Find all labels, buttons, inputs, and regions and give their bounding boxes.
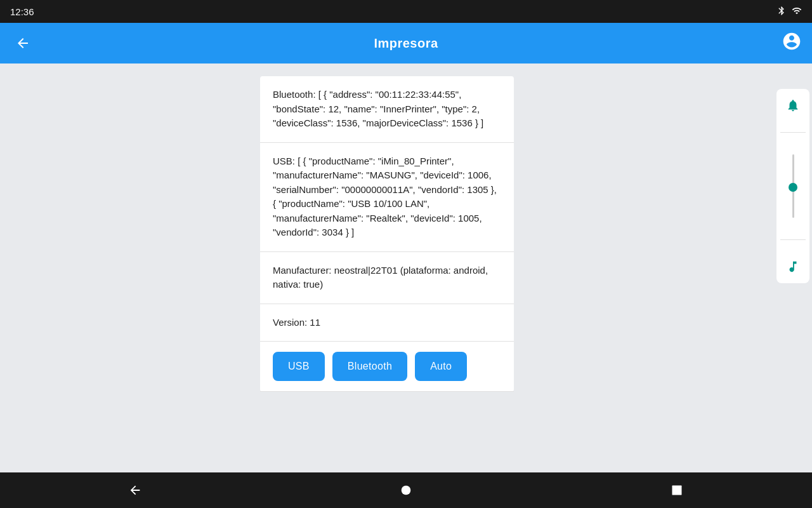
auto-button[interactable]: Auto	[415, 352, 467, 381]
action-buttons-section: USB Bluetooth Auto	[260, 342, 514, 392]
usb-info-text: USB: [ { "productName": "iMin_80_Printer…	[273, 156, 497, 238]
nav-home-button[interactable]	[387, 478, 425, 503]
content-area: Bluetooth: [ { "address": "00:11:22:33:4…	[0, 64, 774, 472]
wifi-status-icon	[792, 6, 802, 18]
volume-slider[interactable]	[792, 148, 794, 224]
navigation-bar	[0, 472, 812, 508]
slider-track	[792, 154, 794, 218]
bluetooth-info-section: Bluetooth: [ { "address": "00:11:22:33:4…	[260, 76, 514, 143]
usb-info-section: USB: [ { "productName": "iMin_80_Printer…	[260, 143, 514, 252]
usb-button[interactable]: USB	[273, 352, 325, 381]
avatar-button[interactable]	[782, 31, 802, 56]
back-button[interactable]	[10, 30, 36, 56]
manufacturer-info-text: Manufacturer: neostral|22T01 (plataforma…	[273, 265, 488, 290]
side-divider	[780, 132, 806, 133]
app-bar: Impresora	[0, 23, 812, 64]
info-card: Bluetooth: [ { "address": "00:11:22:33:4…	[260, 76, 514, 392]
page-title: Impresora	[374, 36, 438, 51]
status-bar: 12:36	[0, 0, 812, 23]
status-icons	[776, 6, 802, 18]
svg-point-0	[402, 486, 411, 495]
bluetooth-button[interactable]: Bluetooth	[332, 352, 407, 381]
main-area: Bluetooth: [ { "address": "00:11:22:33:4…	[0, 64, 812, 472]
time-display: 12:36	[10, 6, 34, 17]
side-widget	[776, 89, 809, 283]
slider-thumb	[789, 183, 797, 192]
bell-icon-button[interactable]	[782, 94, 804, 117]
nav-recent-button[interactable]	[658, 478, 696, 503]
version-info-text: Version: 11	[273, 317, 320, 328]
music-icon-button[interactable]	[782, 255, 804, 278]
side-panel	[774, 64, 812, 472]
svg-rect-1	[672, 486, 681, 495]
manufacturer-info-section: Manufacturer: neostral|22T01 (plataforma…	[260, 252, 514, 304]
version-info-section: Version: 11	[260, 304, 514, 342]
bluetooth-status-icon	[776, 6, 787, 18]
side-divider-2	[780, 239, 806, 240]
nav-back-button[interactable]	[116, 478, 154, 503]
bluetooth-info-text: Bluetooth: [ { "address": "00:11:22:33:4…	[273, 89, 483, 128]
